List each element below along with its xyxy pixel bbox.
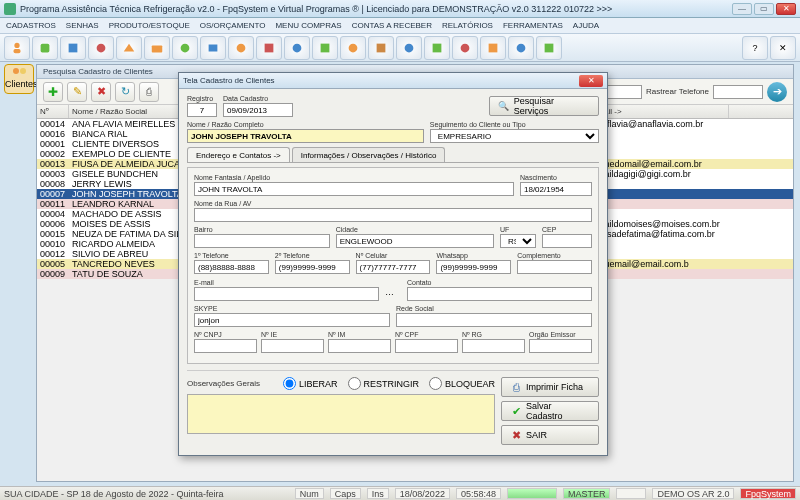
toolbar-btn-2[interactable] xyxy=(32,36,58,60)
im-input[interactable] xyxy=(328,339,391,353)
svg-point-21 xyxy=(20,68,26,74)
menu-os[interactable]: OS/ORÇAMENTO xyxy=(200,21,266,30)
toolbar-btn-4[interactable] xyxy=(88,36,114,60)
client-dialog: Tela Cadastro de Clientes ✕ Registro Dat… xyxy=(178,72,608,456)
refresh-icon[interactable]: ↻ xyxy=(115,82,135,102)
radio-bloquear[interactable]: BLOQUEAR xyxy=(429,377,495,390)
reg-input[interactable] xyxy=(187,103,217,117)
orgao-label: Orgão Emissor xyxy=(529,331,592,338)
statusbar: SUA CIDADE - SP 18 de Agosto de 2022 - Q… xyxy=(0,486,800,500)
imprimir-button[interactable]: ⎙Imprimir Ficha xyxy=(501,377,599,397)
cel-input[interactable] xyxy=(356,260,431,274)
tab-endereco[interactable]: Endereço e Contatos -> xyxy=(187,147,290,162)
toolbar-exit-icon[interactable]: ✕ xyxy=(770,36,796,60)
track-phone-input[interactable] xyxy=(713,85,763,99)
im-label: Nº IM xyxy=(328,331,391,338)
toolbar-btn-14[interactable] xyxy=(368,36,394,60)
svg-rect-15 xyxy=(433,43,442,52)
status-brand: FpqSystem xyxy=(740,488,796,499)
toolbar-btn-11[interactable] xyxy=(284,36,310,60)
toolbar-btn-7[interactable] xyxy=(172,36,198,60)
skype-input[interactable] xyxy=(194,313,390,327)
rede-input[interactable] xyxy=(396,313,592,327)
rua-input[interactable] xyxy=(194,208,592,222)
toolbar-btn-18[interactable] xyxy=(480,36,506,60)
radio-liberar[interactable]: LIBERAR xyxy=(283,377,338,390)
wa-input[interactable] xyxy=(436,260,511,274)
search-go-button[interactable]: ➔ xyxy=(767,82,787,102)
comp-input[interactable] xyxy=(517,260,592,274)
toolbar-btn-8[interactable] xyxy=(200,36,226,60)
ie-label: Nº IE xyxy=(261,331,324,338)
tel1-label: 1º Telefone xyxy=(194,252,269,259)
name-input[interactable] xyxy=(187,129,424,143)
toolbar-btn-15[interactable] xyxy=(396,36,422,60)
check-icon: ✔ xyxy=(510,405,522,417)
email-input[interactable] xyxy=(194,287,379,301)
menu-relatorios[interactable]: RELATÓRIOS xyxy=(442,21,493,30)
cpf-input[interactable] xyxy=(395,339,458,353)
email-label: E-mail xyxy=(194,279,379,286)
close-button[interactable]: ✕ xyxy=(776,3,796,15)
toolbar-btn-6[interactable] xyxy=(144,36,170,60)
exit-icon: ✖ xyxy=(510,429,522,441)
main-menubar: CADASTROS SENHAS PRODUTO/ESTOQUE OS/ORÇA… xyxy=(0,18,800,34)
tel2-input[interactable] xyxy=(275,260,350,274)
pesquisar-servicos-button[interactable]: 🔍 Pesquisar Serviços xyxy=(489,96,599,116)
email-lookup-button[interactable]: … xyxy=(385,287,401,301)
menu-ajuda[interactable]: AJUDA xyxy=(573,21,599,30)
col-num[interactable]: Nº xyxy=(37,105,69,118)
toolbar-btn-1[interactable] xyxy=(4,36,30,60)
cnpj-input[interactable] xyxy=(194,339,257,353)
svg-rect-11 xyxy=(321,43,330,52)
ie-input[interactable] xyxy=(261,339,324,353)
toolbar-btn-16[interactable] xyxy=(424,36,450,60)
seg-label: Seguimento do Cliente ou Tipo xyxy=(430,121,599,128)
uf-select[interactable]: RS xyxy=(500,234,536,248)
menu-compras[interactable]: MENU COMPRAS xyxy=(275,21,341,30)
side-tab-clientes[interactable]: Clientes xyxy=(4,64,34,94)
toolbar-btn-9[interactable] xyxy=(228,36,254,60)
salvar-button[interactable]: ✔Salvar Cadastro xyxy=(501,401,599,421)
col-email[interactable]: Email -> xyxy=(589,105,729,118)
contato-input[interactable] xyxy=(407,287,592,301)
menu-cadastros[interactable]: CADASTROS xyxy=(6,21,56,30)
seg-select[interactable]: EMPRESARIO xyxy=(430,129,599,143)
new-icon[interactable]: ✚ xyxy=(43,82,63,102)
cep-input[interactable] xyxy=(542,234,592,248)
tab-info[interactable]: Informações / Observações / Histórico xyxy=(292,147,446,162)
fantasia-input[interactable] xyxy=(194,182,514,196)
delete-icon[interactable]: ✖ xyxy=(91,82,111,102)
edit-icon[interactable]: ✎ xyxy=(67,82,87,102)
toolbar-btn-10[interactable] xyxy=(256,36,282,60)
toolbar-help-icon[interactable]: ? xyxy=(742,36,768,60)
dialog-close-button[interactable]: ✕ xyxy=(579,75,603,87)
svg-point-14 xyxy=(405,43,414,52)
nasc-input[interactable] xyxy=(520,182,592,196)
menu-ferramentas[interactable]: FERRAMENTAS xyxy=(503,21,563,30)
toolbar-btn-5[interactable] xyxy=(116,36,142,60)
orgao-input[interactable] xyxy=(529,339,592,353)
minimize-button[interactable]: — xyxy=(732,3,752,15)
obs-textarea[interactable] xyxy=(187,394,495,434)
date-input[interactable] xyxy=(223,103,293,117)
rg-input[interactable] xyxy=(462,339,525,353)
bairro-input[interactable] xyxy=(194,234,330,248)
maximize-button[interactable]: ▭ xyxy=(754,3,774,15)
tel1-input[interactable] xyxy=(194,260,269,274)
dialog-titlebar[interactable]: Tela Cadastro de Clientes ✕ xyxy=(179,73,607,89)
toolbar-btn-19[interactable] xyxy=(508,36,534,60)
toolbar-btn-17[interactable] xyxy=(452,36,478,60)
menu-contas[interactable]: CONTAS A RECEBER xyxy=(352,21,432,30)
cidade-input[interactable] xyxy=(336,234,494,248)
radio-restringir[interactable]: RESTRINGIR xyxy=(348,377,420,390)
toolbar-btn-20[interactable] xyxy=(536,36,562,60)
menu-produto[interactable]: PRODUTO/ESTOQUE xyxy=(109,21,190,30)
sair-button[interactable]: ✖SAIR xyxy=(501,425,599,445)
print-icon[interactable]: ⎙ xyxy=(139,82,159,102)
bairro-label: Bairro xyxy=(194,226,330,233)
toolbar-btn-3[interactable] xyxy=(60,36,86,60)
toolbar-btn-13[interactable] xyxy=(340,36,366,60)
menu-senhas[interactable]: SENHAS xyxy=(66,21,99,30)
toolbar-btn-12[interactable] xyxy=(312,36,338,60)
